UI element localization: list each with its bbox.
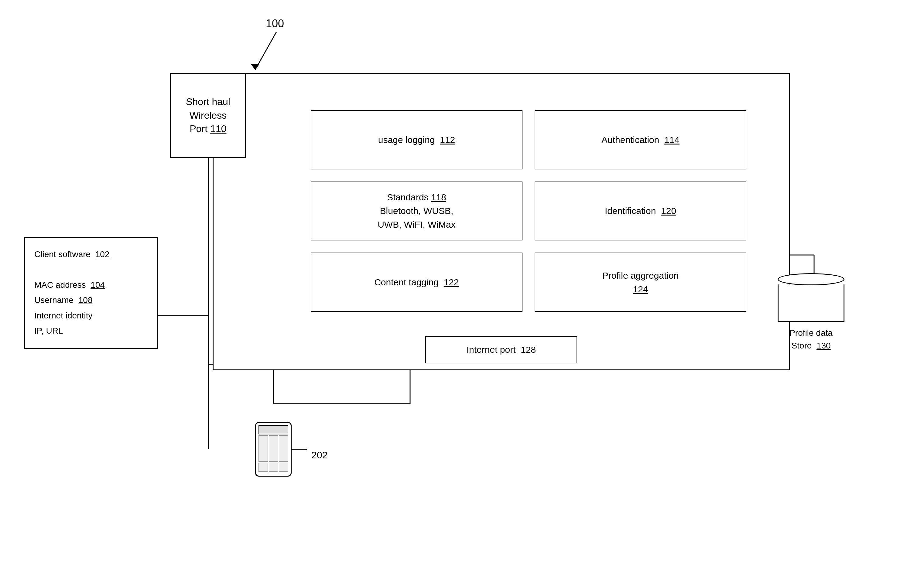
mobile-key-9 — [279, 473, 288, 473]
authentication-label: Authentication — [602, 135, 659, 145]
ip-url-label: IP, URL — [34, 326, 63, 336]
internet-port-label: Internet port — [467, 345, 516, 354]
authentication-cell: Authentication 114 — [534, 110, 746, 170]
usage-logging-cell: usage logging 112 — [311, 110, 522, 170]
profile-store: Profile dataStore 130 — [768, 273, 854, 352]
mobile-key-6 — [279, 463, 288, 472]
identification-cell: Identification 120 — [534, 182, 746, 241]
profile-store-label: Profile dataStore 130 — [790, 327, 833, 352]
standards-cell: Standards 118 Bluetooth, WUSB,UWB, WiFI,… — [311, 182, 522, 241]
profile-store-ref: 130 — [816, 341, 831, 350]
internet-port-ref: 128 — [520, 345, 536, 354]
svg-line-0 — [255, 32, 276, 70]
client-software-box: Client software 102 MAC address 104 User… — [24, 237, 158, 349]
mobile-key-4 — [259, 463, 268, 472]
cylinder-body — [778, 284, 845, 322]
profile-aggregation-ref: 124 — [633, 284, 648, 294]
client-software-ref: 102 — [95, 249, 110, 259]
short-haul-box: Short haulWirelessPort 110 — [170, 73, 246, 158]
short-haul-label: Short haulWirelessPort 110 — [186, 96, 230, 134]
identification-label: Identification — [605, 206, 656, 216]
mobile-screen — [259, 425, 288, 434]
username-ref: 108 — [78, 295, 93, 305]
internet-port-box: Internet port 128 — [425, 336, 577, 363]
mobile-key-5 — [269, 463, 278, 472]
cylinder-top — [778, 273, 845, 286]
mobile-device — [255, 422, 292, 477]
content-tagging-label: Content tagging — [374, 277, 439, 287]
profile-aggregation-label: Profile aggregation — [602, 270, 679, 281]
username-label: Username — [34, 295, 73, 305]
internet-identity-label: Internet identity — [34, 311, 92, 320]
identification-ref: 120 — [661, 206, 676, 216]
usage-logging-ref: 112 — [440, 135, 455, 145]
standards-ref: 118 — [431, 192, 446, 202]
short-haul-ref: 110 — [210, 123, 226, 134]
main-outer-box: usage logging 112 Authentication 114 Sta… — [213, 73, 790, 370]
profile-aggregation-cell: Profile aggregation 124 — [534, 252, 746, 312]
svg-text:202: 202 — [311, 450, 328, 461]
mac-address-ref: 104 — [90, 280, 105, 290]
standards-detail: Bluetooth, WUSB,UWB, WiFI, WiMax — [378, 206, 456, 229]
mobile-key-8 — [269, 473, 278, 473]
client-software-label: Client software — [34, 249, 90, 259]
ref-100-label: 100 — [266, 17, 284, 30]
svg-marker-1 — [251, 64, 260, 70]
mobile-key-3 — [279, 435, 288, 462]
inner-grid: usage logging 112 Authentication 114 Sta… — [298, 98, 758, 324]
mobile-key-1 — [259, 435, 268, 462]
mobile-key-2 — [269, 435, 278, 462]
diagram: 100 202 usage logging 112 — [0, 0, 897, 588]
mobile-device-body — [255, 422, 292, 477]
content-tagging-ref: 122 — [444, 277, 459, 287]
authentication-ref: 114 — [664, 135, 680, 145]
usage-logging-label: usage logging — [378, 135, 435, 145]
mobile-key-7 — [259, 473, 268, 473]
content-tagging-cell: Content tagging 122 — [311, 252, 522, 312]
mac-address-label: MAC address — [34, 280, 86, 290]
